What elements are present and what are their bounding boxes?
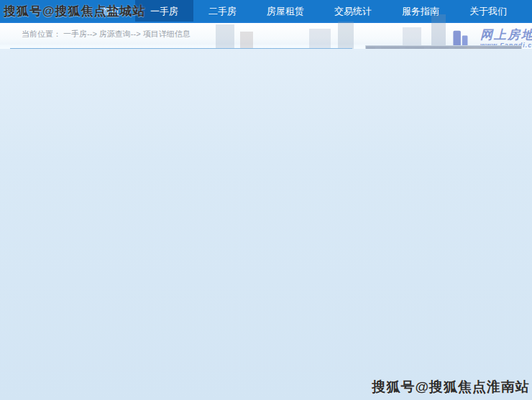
watermark-bottom: 搜狐号@搜狐焦点淮南站 — [372, 378, 530, 396]
project-info-header: 项目基本信息 地图定位 — [10, 48, 352, 49]
site-logo-title[interactable]: 网上房地产 — [480, 29, 532, 42]
nav-item-二手房[interactable]: 二手房 — [193, 0, 252, 22]
skyline-decoration: 网上房地产 www.Fangdi.com.cn 962269 服务热线 服务社会… — [431, 14, 446, 49]
nav-item-关于我们[interactable]: 关于我们 — [454, 0, 522, 22]
breadcrumb: 当前位置： 一手房--> 房源查询--> 项目详细信息 — [22, 29, 191, 39]
watermark-top: 搜狐号@搜狐焦点盐城站 — [4, 3, 146, 19]
project-photo — [365, 45, 522, 49]
nav-item-交易统计[interactable]: 交易统计 — [319, 0, 387, 22]
project-basic-info-section: 项目基本信息 地图定位 项目名称：圣和圣广场三期所在区县：静安区企业名称：上海圣… — [10, 48, 522, 49]
nav-item-房屋租赁[interactable]: 房屋租赁 — [252, 0, 319, 22]
